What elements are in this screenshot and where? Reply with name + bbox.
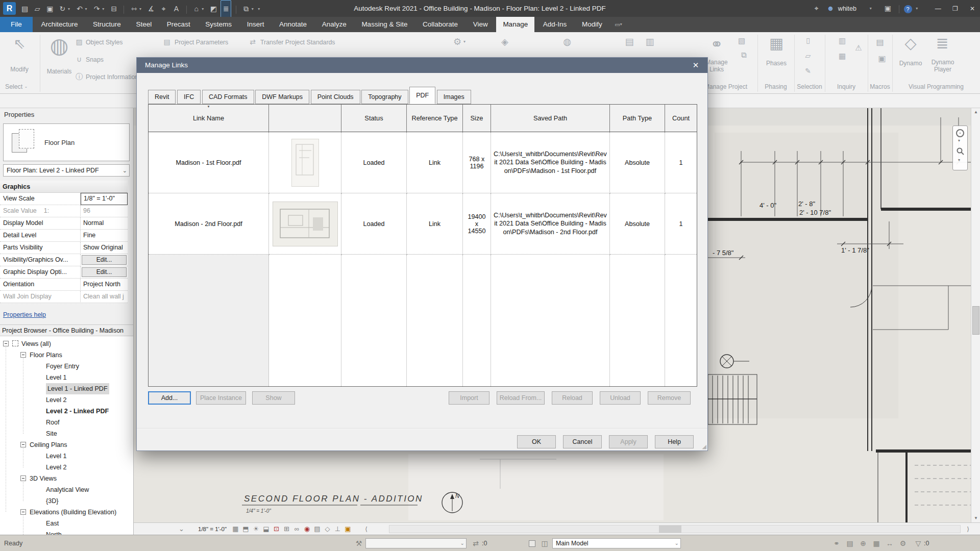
dialog-resize-grip[interactable]: ◢ (702, 443, 706, 450)
dropdown-caret[interactable]: ▾ (102, 1, 107, 17)
ribbon-display-toggle-icon[interactable]: ▭ (615, 21, 620, 28)
dropdown-caret[interactable]: ▾ (139, 1, 144, 17)
view-scale-control[interactable]: 1/8" = 1'-0" (198, 523, 227, 535)
tab-add-ins[interactable]: Add-Ins (536, 17, 574, 32)
active-workset-dropdown[interactable]: ⌄ (365, 538, 467, 548)
tab-systems[interactable]: Systems (199, 17, 238, 32)
properties-help-link[interactable]: Properties help (3, 311, 46, 318)
design-options-icon[interactable]: ▤ (624, 36, 635, 47)
hide-analytical-model-icon[interactable]: ◇ (323, 523, 332, 535)
collapse-icon[interactable] (20, 475, 26, 481)
table-row-madison-1st-floor[interactable]: Madison - 1st Floor.pdf Loaded Link 768 … (149, 132, 697, 193)
worksharing-display-icon[interactable]: ▣ (343, 523, 353, 535)
dialog-tab-dwf-markups[interactable]: DWF Markups (255, 90, 309, 104)
dialog-title-bar[interactable]: Manage Links (137, 58, 707, 73)
column-link-name[interactable]: ▾Link Name (149, 105, 269, 132)
column-size[interactable]: Size (463, 105, 491, 132)
cell-path-type[interactable]: Absolute (610, 193, 665, 255)
minimize-button[interactable]: — (930, 1, 946, 17)
graphics-section-header[interactable]: Graphics (0, 181, 128, 193)
dynamo-label[interactable]: Dynamo (896, 60, 925, 67)
select-pinned-icon[interactable]: ⊕ (857, 535, 869, 551)
nav-zoom-caret[interactable]: ▾ (958, 158, 960, 162)
place-instance-button[interactable]: Place Instance (196, 391, 246, 405)
detail-level-value[interactable]: Fine (81, 230, 128, 242)
macro-manager-icon[interactable]: ▤ (875, 37, 885, 47)
scroll-left-arrow[interactable]: ⟨ (361, 523, 371, 535)
tab-collaborate[interactable]: Collaborate (416, 17, 464, 32)
steering-wheel-icon[interactable] (956, 129, 964, 137)
vertical-scroll-thumb[interactable] (972, 306, 979, 335)
save-selection-icon[interactable]: ▯ (803, 36, 813, 44)
cell-link-name[interactable]: Madison - 1st Floor.pdf (149, 132, 269, 193)
horizontal-scrollbar[interactable] (389, 525, 961, 533)
ids-of-selection-icon[interactable]: ▥ (837, 36, 847, 45)
materials-icon[interactable]: ◍ (46, 33, 72, 58)
project-information-icon[interactable]: ⓘ (75, 72, 84, 82)
tab-architecture[interactable]: Architecture (34, 17, 84, 32)
type-selector[interactable]: Floor Plan (3, 123, 130, 161)
location-icon[interactable]: ◈ (499, 36, 510, 47)
account-caret[interactable]: ▾ (870, 0, 874, 17)
horizontal-scroll-thumb[interactable] (659, 525, 681, 533)
select-underlay-icon[interactable]: ▤ (844, 535, 855, 551)
dialog-tab-topography[interactable]: Topography (361, 90, 408, 104)
detail-level-icon[interactable]: ▦ (231, 523, 240, 535)
collapse-chevron-icon[interactable]: ⌄ (177, 523, 186, 535)
measure-icon[interactable]: ⇿ (129, 1, 139, 17)
dynamo-player-icon[interactable]: ≣ (931, 34, 953, 52)
dialog-tab-ifc[interactable]: IFC (177, 90, 201, 104)
ribbon-display-caret[interactable]: ▾ (620, 22, 625, 27)
cell-reference-type[interactable]: Link (407, 132, 463, 193)
instance-selector-dropdown[interactable]: Floor Plan: Level 2 - Linked PDF⌄ (3, 164, 130, 177)
manage-links-icon[interactable]: ⚭ (703, 35, 730, 53)
scroll-right-arrow[interactable]: ⟩ (963, 523, 973, 535)
table-row-madison-2nd-floor[interactable]: Madison - 2nd Floor.pdf Loaded Link 1940… (149, 193, 697, 255)
collapse-icon[interactable] (20, 509, 26, 515)
view-scale-value[interactable]: 1/8" = 1'-0" (81, 193, 128, 205)
snaps-button[interactable]: Snaps (86, 56, 104, 63)
user-icon[interactable]: ☻ (825, 0, 836, 17)
macro-security-icon[interactable]: ▣ (877, 54, 887, 63)
project-information-button[interactable]: Project Information (86, 73, 138, 81)
tab-manage[interactable]: Manage (496, 17, 534, 32)
column-reference-type[interactable]: Reference Type (407, 105, 463, 132)
phases-icon[interactable]: ▦ (767, 34, 786, 52)
worksets-icon[interactable]: ⚒ (353, 535, 364, 551)
tab-massing-site[interactable]: Massing & Site (355, 17, 414, 32)
design-options-list-icon[interactable]: ▥ (644, 36, 655, 47)
redo-icon[interactable]: ↷ (91, 1, 102, 17)
active-design-option-dropdown[interactable]: Main Model⌄ (552, 538, 681, 548)
temporary-hide-isolate-icon[interactable]: ∞ (292, 523, 302, 535)
temporary-view-properties-icon[interactable]: ▤ (312, 523, 322, 535)
dialog-tab-cad-formats[interactable]: CAD Formats (202, 90, 254, 104)
column-count[interactable]: Count (665, 105, 697, 132)
select-by-face-icon[interactable]: ▦ (871, 535, 882, 551)
select-by-id-icon[interactable]: ▦ (837, 52, 847, 61)
phases-label[interactable]: Phases (762, 60, 791, 67)
coordinates-icon[interactable]: ◍ (561, 36, 573, 47)
signed-in-user[interactable]: whiteb (838, 1, 856, 17)
text-icon[interactable]: A (171, 1, 182, 17)
aligned-dimension-icon[interactable]: ∡ (146, 1, 157, 17)
tab-steel[interactable]: Steel (129, 17, 158, 32)
filter-icon[interactable]: ▽ (914, 535, 923, 551)
scroll-up-arrow[interactable]: ▲ (971, 108, 980, 116)
visibility-graphics-edit-button[interactable]: Edit... (82, 255, 127, 265)
reveal-constraints-icon[interactable]: ⊥ (333, 523, 342, 535)
edit-selection-icon[interactable]: ✎ (803, 67, 813, 75)
cell-path-type[interactable]: Absolute (610, 132, 665, 193)
default-3d-view-icon[interactable]: ⌂ (191, 1, 202, 17)
cell-link-name[interactable]: Madison - 2nd Floor.pdf (149, 193, 269, 255)
additional-settings-icon[interactable]: ⚙ (452, 36, 463, 47)
project-parameters-button[interactable]: Project Parameters (175, 39, 228, 46)
dialog-tab-images[interactable]: Images (437, 90, 471, 104)
tag-icon[interactable]: ⌖ (158, 1, 169, 17)
object-styles-icon[interactable]: ▨ (75, 38, 84, 46)
transfer-project-standards-icon[interactable]: ⇄ (248, 38, 257, 46)
tab-view[interactable]: View (467, 17, 495, 32)
collapse-icon[interactable] (3, 341, 9, 346)
warnings-icon[interactable]: ⚠ (853, 43, 864, 53)
zoom-icon[interactable] (957, 147, 965, 156)
dropdown-caret[interactable]: ▾ (85, 1, 90, 17)
